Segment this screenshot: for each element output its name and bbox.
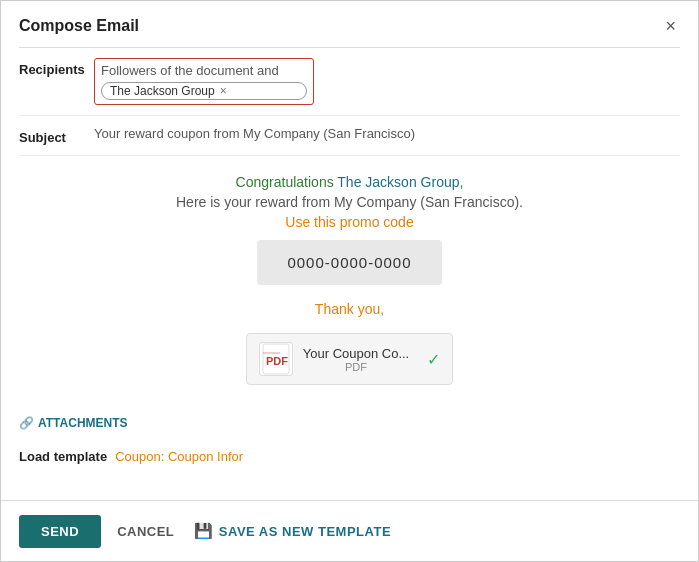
- attachments-label: ATTACHMENTS: [38, 416, 128, 430]
- svg-text:PDF: PDF: [266, 355, 288, 367]
- promo-code-box: 0000-0000-0000: [19, 240, 680, 301]
- attachment-check-icon: ✓: [427, 350, 440, 369]
- save-as-new-template-button[interactable]: 💾 SAVE AS NEW TEMPLATE: [190, 513, 395, 549]
- attachments-link-row: 🔗 ATTACHMENTS: [19, 407, 680, 441]
- here-is-line: Here is your reward from My Company (San…: [19, 194, 680, 210]
- recipients-field[interactable]: Followers of the document and The Jackso…: [94, 58, 314, 105]
- load-template-label: Load template: [19, 449, 107, 464]
- recipients-box: Followers of the document and The Jackso…: [94, 58, 314, 105]
- attachment-type: PDF: [303, 361, 409, 373]
- attachments-icon: 🔗: [19, 416, 34, 430]
- company-link[interactable]: The Jackson Group: [337, 174, 459, 190]
- save-icon: 💾: [194, 522, 214, 540]
- promo-code: 0000-0000-0000: [257, 240, 441, 285]
- compose-email-dialog: Compose Email × Recipients Followers of …: [0, 0, 699, 562]
- thank-you-line: Thank you,: [19, 301, 680, 317]
- recipient-tag[interactable]: The Jackson Group ×: [101, 82, 307, 100]
- subject-label: Subject: [19, 126, 94, 145]
- send-button[interactable]: SEND: [19, 515, 101, 548]
- remove-recipient-icon[interactable]: ×: [220, 84, 227, 98]
- load-template-value[interactable]: Coupon: Coupon Infor: [115, 449, 243, 464]
- load-template-row: Load template Coupon: Coupon Infor: [19, 441, 680, 474]
- dialog-title: Compose Email: [19, 17, 139, 35]
- subject-value: Your reward coupon from My Company (San …: [94, 126, 415, 141]
- subject-row: Subject Your reward coupon from My Compa…: [19, 116, 680, 156]
- save-label: SAVE AS NEW TEMPLATE: [219, 524, 391, 539]
- dialog-footer: SEND CANCEL 💾 SAVE AS NEW TEMPLATE: [1, 500, 698, 561]
- attachment-item[interactable]: PDF Your Coupon Co... PDF ✓: [246, 333, 453, 385]
- email-body: Congratulations The Jackson Group, Here …: [19, 156, 680, 407]
- dialog-header: Compose Email ×: [1, 1, 698, 47]
- recipients-label: Recipients: [19, 58, 94, 77]
- congrats-line: Congratulations The Jackson Group,: [19, 174, 680, 190]
- recipient-tag-text: The Jackson Group: [110, 84, 215, 98]
- attachments-link[interactable]: 🔗 ATTACHMENTS: [19, 416, 128, 430]
- attachment-name: Your Coupon Co...: [303, 346, 409, 361]
- pdf-icon: PDF: [259, 342, 293, 376]
- recipients-row: Recipients Followers of the document and…: [19, 48, 680, 116]
- congrats-text: Congratulations: [236, 174, 338, 190]
- close-button[interactable]: ×: [661, 15, 680, 37]
- recipients-line1: Followers of the document and: [101, 63, 307, 78]
- use-this-line: Use this promo code: [19, 214, 680, 230]
- attachment-info: Your Coupon Co... PDF: [303, 346, 409, 373]
- cancel-button[interactable]: CANCEL: [113, 515, 178, 548]
- dialog-body: Recipients Followers of the document and…: [1, 48, 698, 500]
